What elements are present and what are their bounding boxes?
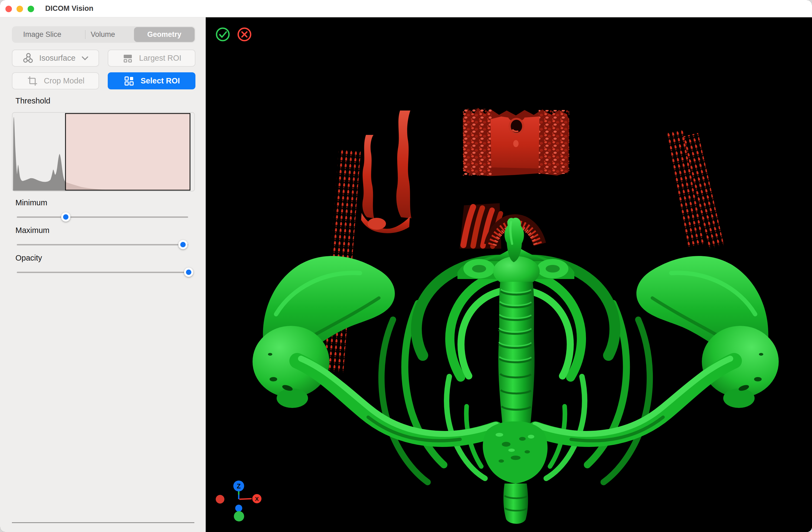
isosurface-label: Isosurface	[39, 54, 75, 62]
axis-ball-neg-z[interactable]	[235, 505, 242, 512]
axis-ball-y[interactable]	[234, 511, 244, 521]
window-title: DICOM Vision	[45, 0, 93, 17]
render-canvas[interactable]: Z X	[206, 17, 812, 532]
maximum-slider-track[interactable]	[17, 244, 188, 246]
chevron-down-icon	[81, 56, 89, 61]
sternum-body	[504, 484, 528, 524]
minimum-slider-track[interactable]	[17, 216, 188, 218]
bone-right-side	[528, 256, 779, 482]
title-bar: DICOM Vision	[0, 0, 812, 17]
marker-block	[463, 108, 569, 176]
crop-icon	[27, 75, 39, 87]
sidebar-resize-divider[interactable]	[12, 522, 194, 523]
confirm-button[interactable]	[217, 28, 229, 41]
histogram-curve	[13, 117, 65, 191]
isosurface-dropdown[interactable]: Isosurface	[12, 50, 99, 67]
maximum-label: Maximum	[15, 226, 49, 235]
roi-layout-icon	[122, 52, 134, 64]
axis-x-label: X	[255, 496, 259, 502]
minimum-label: Minimum	[15, 198, 47, 207]
largest-roi-label: Largest ROI	[139, 54, 182, 62]
manubrium	[483, 421, 548, 484]
threshold-histogram[interactable]	[12, 112, 195, 192]
select-roi-icon	[123, 75, 135, 87]
histogram-plot	[12, 113, 194, 191]
view-mode-tabs: Image Slice Volume Geometry	[12, 26, 195, 43]
opacity-label: Opacity	[15, 254, 42, 263]
bone-left-side	[252, 256, 503, 482]
tab-volume[interactable]: Volume	[73, 26, 133, 43]
sidebar: Image Slice Volume Geometry Isosurface	[0, 17, 206, 532]
tab-geometry[interactable]: Geometry	[134, 27, 194, 42]
app-window: DICOM Vision Image Slice Volume Geometry…	[0, 0, 812, 532]
tab-divider	[85, 30, 86, 39]
u-marker	[361, 111, 411, 233]
close-window-button[interactable]	[5, 6, 12, 12]
cancel-button[interactable]	[238, 28, 251, 41]
bone-center	[458, 218, 574, 524]
select-roi-button[interactable]: Select ROI	[108, 72, 195, 89]
mesh-nodes-icon	[22, 52, 34, 64]
axis-z-label: Z	[237, 482, 241, 490]
crop-model-button[interactable]: Crop Model	[12, 72, 99, 89]
threshold-selection[interactable]	[66, 113, 190, 190]
check-icon	[220, 32, 226, 37]
tab-image-slice[interactable]: Image Slice	[12, 26, 73, 43]
crop-model-label: Crop Model	[44, 76, 85, 85]
minimum-slider-thumb[interactable]	[61, 212, 70, 222]
maximum-slider-thumb[interactable]	[178, 240, 188, 249]
marker-arch	[460, 203, 540, 249]
opacity-slider[interactable]	[17, 268, 188, 277]
axis-orientation-widget[interactable]: Z X	[216, 480, 261, 521]
axis-ball-neg-x[interactable]	[216, 495, 224, 504]
select-roi-label: Select ROI	[141, 76, 180, 85]
maximum-slider[interactable]	[17, 240, 188, 249]
minimum-slider[interactable]	[17, 212, 188, 222]
opacity-slider-thumb[interactable]	[184, 268, 193, 277]
x-icon	[242, 32, 247, 37]
opacity-slider-track[interactable]	[17, 272, 188, 273]
threshold-label: Threshold	[15, 96, 50, 106]
zoom-window-button[interactable]	[28, 6, 34, 12]
largest-roi-button[interactable]: Largest ROI	[108, 50, 195, 67]
render-viewport[interactable]: Z X	[206, 17, 812, 532]
minimize-window-button[interactable]	[16, 6, 23, 12]
